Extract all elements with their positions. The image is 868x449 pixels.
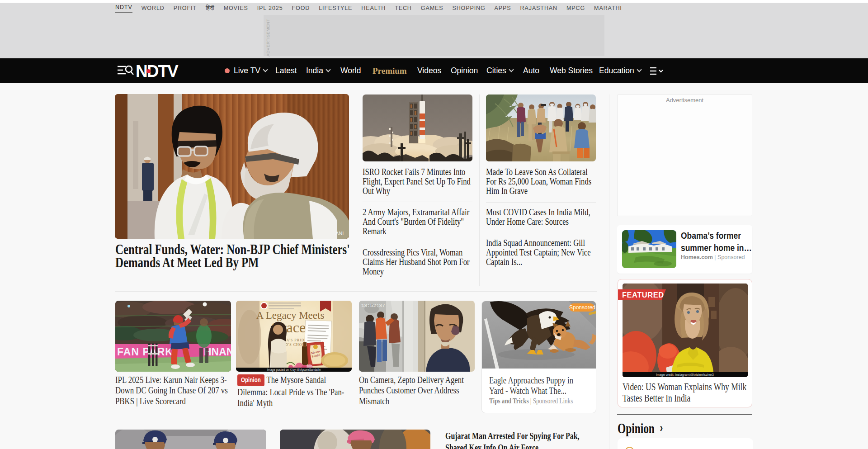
svg-text:13:52:37: 13:52:37 xyxy=(361,303,385,308)
svg-text:ANI: ANI xyxy=(335,231,344,236)
svg-text:Image posted on X by @MysoreSa: Image posted on X by @MysoreSandalIn xyxy=(267,368,321,372)
svg-text:FAN PARK: FAN PARK xyxy=(117,346,173,358)
svg-text:Image credit: Instagram/@krist: Image credit: Instagram/@kristenfischer3 xyxy=(656,373,714,377)
svg-text:NDTV: NDTV xyxy=(136,62,179,79)
